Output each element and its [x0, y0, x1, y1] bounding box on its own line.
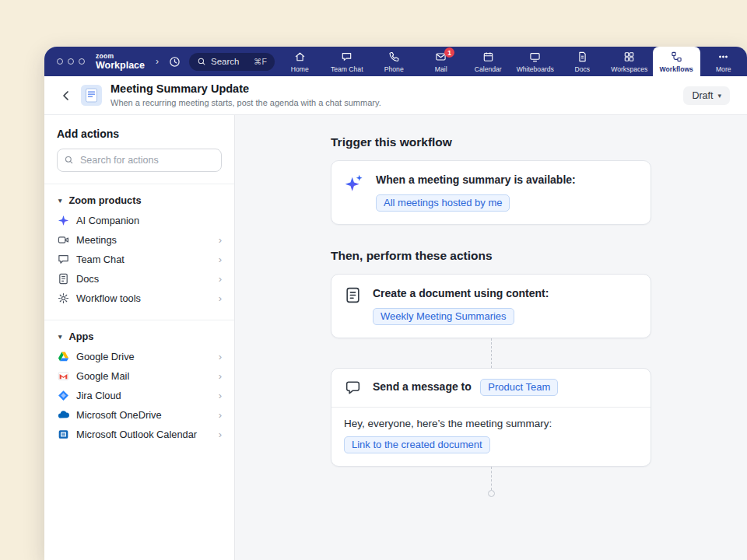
workflow-thumbnail-icon	[81, 85, 102, 106]
tab-calendar[interactable]: Calendar	[465, 47, 512, 76]
page-subtitle: When a recurring meeting starts, post th…	[110, 98, 381, 108]
tab-workflows[interactable]: Workflows	[653, 47, 700, 76]
gear-icon	[57, 292, 69, 305]
search-label: Search	[211, 57, 239, 66]
docs-icon	[576, 51, 589, 63]
tab-label: Calendar	[475, 65, 502, 73]
section-zoom-products[interactable]: ▼ Zoom products	[57, 194, 222, 206]
sidebar-item-google-mail[interactable]: Google Mail ›	[57, 366, 222, 386]
jira-icon	[57, 390, 69, 402]
document-link-pill[interactable]: Link to the created document	[344, 436, 490, 453]
tab-more[interactable]: More	[700, 47, 747, 76]
nav-expand-chevron-icon[interactable]: ›	[154, 56, 160, 67]
workflows-icon	[670, 51, 683, 63]
actions-heading: Then, perform these actions	[331, 249, 651, 263]
sidebar-item-google-drive[interactable]: Google Drive ›	[57, 347, 222, 366]
tab-label: Docs	[574, 65, 590, 73]
sidebar-divider	[44, 320, 234, 320]
chevron-right-icon: ›	[219, 390, 222, 401]
logo-line1: zoom	[96, 53, 145, 60]
sidebar-item-label: Microsoft OneDrive	[76, 409, 162, 421]
history-icon[interactable]	[168, 55, 181, 68]
workflow-connector	[491, 338, 492, 368]
tab-team-chat[interactable]: Team Chat	[324, 47, 371, 76]
send-message-card[interactable]: Send a message to Product Team Hey, ever…	[331, 368, 651, 467]
status-dropdown[interactable]: Draft ▾	[683, 86, 730, 105]
global-search-input[interactable]: Search ⌘F	[189, 53, 275, 71]
back-button[interactable]	[60, 89, 72, 102]
create-document-text: Create a document using content:	[373, 286, 549, 301]
section-label: Apps	[68, 331, 93, 342]
window-control-dot[interactable]	[68, 58, 74, 65]
message-bubble-icon	[344, 379, 362, 397]
workspaces-icon	[622, 51, 636, 63]
tab-mail[interactable]: 1 Mail	[418, 47, 465, 76]
sidebar-item-label: Meetings	[76, 234, 117, 246]
caret-down-icon: ▼	[57, 197, 63, 205]
send-message-text: Send a message to	[373, 380, 472, 393]
sidebar-heading: Add actions	[57, 128, 222, 140]
tab-home[interactable]: Home	[276, 47, 324, 76]
whiteboards-icon	[528, 51, 542, 63]
document-content-pill[interactable]: Weekly Meeting Summaries	[373, 308, 514, 325]
chevron-down-icon: ▾	[717, 92, 721, 100]
chevron-right-icon: ›	[219, 352, 222, 362]
sidebar-item-label: Docs	[76, 273, 99, 285]
create-document-card[interactable]: Create a document using content: Weekly …	[331, 274, 651, 338]
more-icon	[717, 51, 730, 63]
sidebar-item-label: Workflow tools	[76, 292, 141, 304]
workflow-end-node[interactable]	[488, 490, 495, 497]
chevron-left-icon	[60, 89, 72, 102]
actions-search-input[interactable]	[57, 149, 222, 172]
sidebar-item-label: Google Drive	[76, 351, 135, 362]
tab-docs[interactable]: Docs	[559, 47, 606, 76]
sidebar-item-team-chat[interactable]: Team Chat ›	[57, 250, 222, 269]
search-shortcut: ⌘F	[254, 57, 267, 66]
sidebar-item-meetings[interactable]: Meetings ›	[57, 230, 222, 250]
window-control-dot[interactable]	[57, 58, 63, 65]
onedrive-icon	[57, 409, 69, 422]
message-recipient-pill[interactable]: Product Team	[480, 379, 558, 396]
tab-label: Workspaces	[611, 65, 647, 73]
window-controls[interactable]	[57, 58, 85, 65]
top-navigation-bar: zoom Workplace › Search ⌘F	[44, 47, 747, 76]
sidebar-item-microsoft-outlook-calendar[interactable]: Microsoft Outlook Calendar ›	[57, 425, 222, 444]
sidebar-item-label: Google Mail	[76, 370, 129, 382]
trigger-text: When a meeting summary is available:	[376, 173, 576, 187]
actions-sidebar: Add actions ▼ Zoom products	[44, 115, 235, 560]
sidebar-item-label: Team Chat	[76, 254, 124, 265]
tab-label: Workflows	[660, 65, 693, 73]
trigger-scope-pill[interactable]: All meetings hosted by me	[376, 194, 510, 212]
chevron-right-icon: ›	[219, 235, 222, 245]
tab-label: Phone	[384, 65, 404, 73]
sidebar-item-label: Jira Cloud	[76, 390, 121, 401]
sidebar-item-docs[interactable]: Docs ›	[57, 269, 222, 289]
chevron-right-icon: ›	[219, 410, 222, 420]
tab-phone[interactable]: Phone	[370, 47, 418, 76]
trigger-card[interactable]: When a meeting summary is available: All…	[331, 160, 651, 225]
workflow-header: Meeting Summary Update When a recurring …	[44, 76, 747, 115]
tab-label: Mail	[435, 65, 447, 73]
sidebar-item-workflow-tools[interactable]: Workflow tools ›	[57, 289, 222, 308]
chevron-right-icon: ›	[219, 274, 222, 284]
zoom-workplace-logo: zoom Workplace	[96, 53, 145, 71]
sidebar-item-ai-companion[interactable]: AI Companion	[57, 211, 222, 230]
ai-sparkle-icon	[344, 173, 365, 194]
caret-down-icon: ▼	[57, 333, 63, 341]
window-control-dot[interactable]	[79, 58, 85, 65]
tab-whiteboards[interactable]: Whiteboards	[512, 47, 559, 76]
tab-workspaces[interactable]: Workspaces	[606, 47, 654, 76]
search-icon	[197, 57, 206, 66]
mail-unread-badge: 1	[444, 47, 454, 58]
workflow-connector	[491, 467, 492, 490]
sidebar-item-jira-cloud[interactable]: Jira Cloud ›	[57, 386, 222, 405]
ai-companion-icon	[57, 215, 69, 227]
section-apps[interactable]: ▼ Apps	[57, 331, 222, 342]
gmail-icon	[57, 370, 69, 383]
sidebar-divider	[44, 184, 234, 184]
tab-label: Team Chat	[331, 65, 363, 73]
sidebar-item-microsoft-onedrive[interactable]: Microsoft OneDrive ›	[57, 405, 222, 425]
search-icon	[64, 155, 74, 165]
document-icon	[344, 286, 362, 304]
nav-tabs: Home Team Chat Phone 1 Mail	[276, 47, 747, 76]
